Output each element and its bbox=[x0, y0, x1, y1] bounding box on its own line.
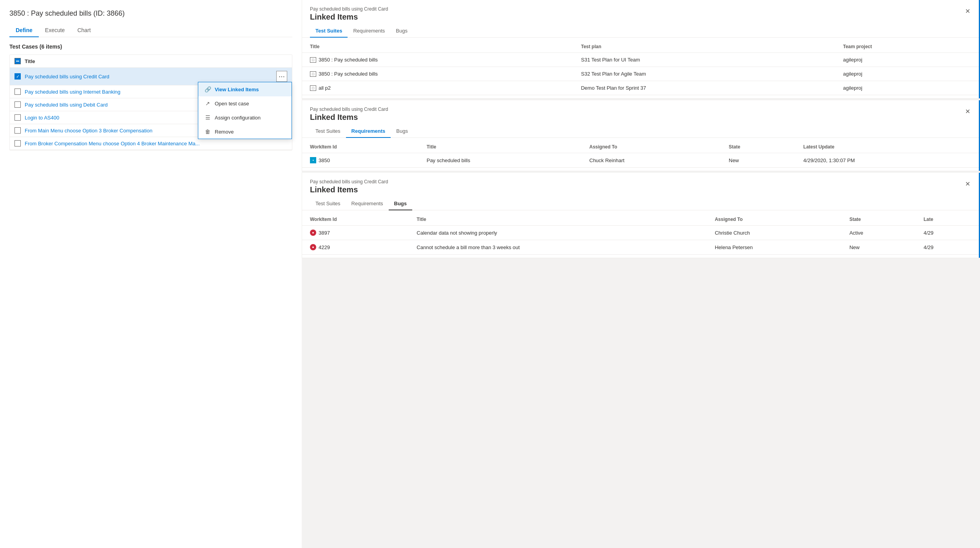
close-button-0[interactable]: ✕ bbox=[963, 6, 972, 16]
table-header: Title bbox=[10, 55, 292, 68]
cell-workitemid-1-0[interactable]: ▪ 3850 bbox=[302, 153, 419, 168]
right-panels: Pay scheduled bills using Credit Card Li… bbox=[302, 0, 980, 548]
col-header-title-2: Title bbox=[409, 213, 707, 226]
panel-subtitle-2: Pay scheduled bills using Credit Card bbox=[310, 179, 388, 184]
cell-title-2-0: Calendar data not showing properly bbox=[409, 226, 707, 240]
open-icon: ↗ bbox=[205, 100, 211, 107]
cell-testplan-0-2: Demo Test Plan for Sprint 37 bbox=[573, 81, 835, 95]
test-row[interactable]: Pay scheduled bills using Credit Card ⋯ … bbox=[10, 68, 292, 85]
panel-tab-test-suites-0[interactable]: Test Suites bbox=[310, 25, 348, 38]
col-header-title-0: Title bbox=[302, 41, 573, 53]
panel-tab-requirements-2[interactable]: Requirements bbox=[346, 197, 389, 210]
menu-item-remove-label: Remove bbox=[215, 129, 234, 135]
cell-workitemid-2-1[interactable]: ● 4229 bbox=[302, 240, 409, 255]
row-checkbox-1[interactable] bbox=[14, 89, 21, 95]
col-title: Title bbox=[25, 58, 35, 64]
row-checkbox-0[interactable] bbox=[14, 73, 21, 80]
cell-title-2-1: Cannot schedule a bill more than 3 weeks… bbox=[409, 240, 707, 255]
tab-bar: Define Execute Chart bbox=[9, 24, 292, 37]
cell-state-1-0: New bbox=[721, 153, 795, 168]
panel-subtitle-1: Pay scheduled bills using Credit Card bbox=[310, 107, 388, 112]
col-header-state-2: State bbox=[842, 213, 916, 226]
context-menu: 🔗 View Linked Items ↗ Open test case ☰ A… bbox=[198, 82, 292, 139]
table-row: □ 3850 : Pay scheduled bills S32 Test Pl… bbox=[302, 67, 980, 81]
col-header-title-1: Title bbox=[419, 141, 581, 153]
menu-item-assign-config[interactable]: ☰ Assign configuration bbox=[198, 110, 292, 125]
menu-item-assign-label: Assign configuration bbox=[215, 115, 261, 121]
cell-state-2-0: Active bbox=[842, 226, 916, 240]
cell-latestupdate-1-0: 4/29/2020, 1:30:07 PM bbox=[795, 153, 980, 168]
panel-tab-requirements-1[interactable]: Requirements bbox=[346, 125, 391, 138]
panel-table-1: WorkItem Id Title Assigned To State Late… bbox=[302, 141, 980, 168]
cell-assignedto-2-1: Helena Petersen bbox=[707, 240, 842, 255]
assign-icon: ☰ bbox=[205, 114, 211, 121]
table-row: ● 3897 Calendar data not showing properl… bbox=[302, 226, 980, 240]
cell-late-2-1: 4/29 bbox=[916, 240, 980, 255]
cell-state-2-1: New bbox=[842, 240, 916, 255]
cell-testplan-0-1: S32 Test Plan for Agile Team bbox=[573, 67, 835, 81]
col-header-assignedto-1: Assigned To bbox=[581, 141, 721, 153]
row-checkbox-4[interactable] bbox=[14, 127, 21, 134]
panel-header-2: Pay scheduled bills using Credit Card Li… bbox=[302, 173, 980, 194]
row-checkbox-5[interactable] bbox=[14, 140, 21, 146]
panel-tab-test-suites-1[interactable]: Test Suites bbox=[310, 125, 346, 138]
cell-teamproject-0-2: agileproj bbox=[835, 81, 980, 95]
col-header-latestupdate-1: Latest Update bbox=[795, 141, 980, 153]
menu-item-view-linked-label: View Linked Items bbox=[215, 87, 259, 92]
menu-item-open-label: Open test case bbox=[215, 101, 249, 107]
cell-title-0-0[interactable]: □ 3850 : Pay scheduled bills bbox=[302, 53, 573, 67]
panel-tabs-0: Test Suites Requirements Bugs bbox=[302, 25, 980, 38]
cell-workitemid-2-0[interactable]: ● 3897 bbox=[302, 226, 409, 240]
linked-panel-2: Pay scheduled bills using Credit Card Li… bbox=[302, 173, 980, 258]
panel-table-0: Title Test plan Team project □ 3850 : Pa… bbox=[302, 41, 980, 95]
row-checkbox-2[interactable] bbox=[14, 101, 21, 108]
remove-icon: 🗑 bbox=[205, 128, 211, 135]
cell-title-0-2[interactable]: □ all p2 bbox=[302, 81, 573, 95]
col-header-assignedto-2: Assigned To bbox=[707, 213, 842, 226]
close-button-1[interactable]: ✕ bbox=[963, 107, 972, 116]
suite-icon: □ bbox=[310, 57, 316, 63]
panel-tab-test-suites-2[interactable]: Test Suites bbox=[310, 197, 346, 210]
col-header-late-2: Late bbox=[916, 213, 980, 226]
menu-item-view-linked[interactable]: 🔗 View Linked Items bbox=[198, 82, 292, 96]
tab-chart[interactable]: Chart bbox=[71, 24, 97, 37]
left-panel: 3850 : Pay scheduled bills (ID: 3866) De… bbox=[0, 0, 302, 548]
workitem-icon: ▪ bbox=[310, 157, 316, 163]
select-all-checkbox[interactable] bbox=[14, 58, 21, 64]
col-header-testplan-0: Test plan bbox=[573, 41, 835, 53]
row-label-5: From Broker Compensation Menu choose Opt… bbox=[25, 141, 287, 146]
row-checkbox-3[interactable] bbox=[14, 114, 21, 121]
linked-panel-0: Pay scheduled bills using Credit Card Li… bbox=[302, 0, 980, 99]
row-menu-button-0[interactable]: ⋯ bbox=[276, 71, 287, 82]
tab-execute[interactable]: Execute bbox=[39, 24, 71, 37]
suite-icon: □ bbox=[310, 71, 316, 77]
tab-define[interactable]: Define bbox=[9, 24, 39, 37]
col-header-state-1: State bbox=[721, 141, 795, 153]
panel-header-0: Pay scheduled bills using Credit Card Li… bbox=[302, 0, 980, 22]
table-row: □ 3850 : Pay scheduled bills S31 Test Pl… bbox=[302, 53, 980, 67]
table-row: ● 4229 Cannot schedule a bill more than … bbox=[302, 240, 980, 255]
panel-title-2: Linked Items bbox=[310, 185, 388, 194]
row-label-0: Pay scheduled bills using Credit Card bbox=[25, 74, 272, 80]
col-header-workitemid-1: WorkItem Id bbox=[302, 141, 419, 153]
panel-tab-bugs-2[interactable]: Bugs bbox=[389, 197, 413, 210]
menu-item-remove[interactable]: 🗑 Remove bbox=[198, 125, 292, 139]
cell-title-0-1[interactable]: □ 3850 : Pay scheduled bills bbox=[302, 67, 573, 81]
close-button-2[interactable]: ✕ bbox=[963, 179, 972, 188]
section-title: Test Cases (6 items) bbox=[9, 43, 292, 50]
menu-item-open-test-case[interactable]: ↗ Open test case bbox=[198, 96, 292, 110]
table-row: □ all p2 Demo Test Plan for Sprint 37 ag… bbox=[302, 81, 980, 95]
panel-header-1: Pay scheduled bills using Credit Card Li… bbox=[302, 100, 980, 122]
suite-icon: □ bbox=[310, 85, 316, 91]
panel-table-2: WorkItem Id Title Assigned To State Late… bbox=[302, 213, 980, 255]
panel-tabs-1: Test Suites Requirements Bugs bbox=[302, 125, 980, 138]
panel-title-0: Linked Items bbox=[310, 13, 388, 22]
cell-assignedto-1-0: Chuck Reinhart bbox=[581, 153, 721, 168]
linked-panel-1: Pay scheduled bills using Credit Card Li… bbox=[302, 100, 980, 171]
col-header-workitemid-2: WorkItem Id bbox=[302, 213, 409, 226]
panel-subtitle-0: Pay scheduled bills using Credit Card bbox=[310, 6, 388, 12]
link-icon: 🔗 bbox=[205, 86, 211, 92]
panel-tab-bugs-0[interactable]: Bugs bbox=[390, 25, 413, 38]
panel-tab-requirements-0[interactable]: Requirements bbox=[348, 25, 390, 38]
panel-tab-bugs-1[interactable]: Bugs bbox=[391, 125, 413, 138]
